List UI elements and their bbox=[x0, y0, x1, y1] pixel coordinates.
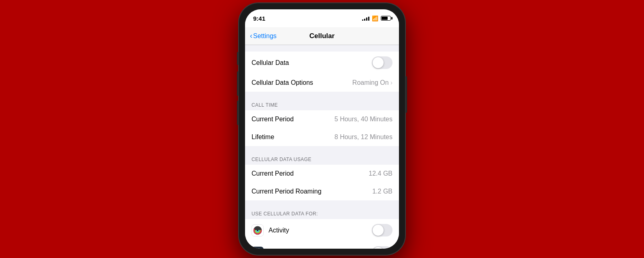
cellular-data-options-value: Roaming On › bbox=[352, 79, 392, 86]
amazon-icon: amazon bbox=[252, 247, 264, 249]
lifetime-call-label: Lifetime bbox=[252, 133, 274, 141]
spacer-2 bbox=[245, 146, 399, 149]
toggle-knob bbox=[373, 57, 384, 68]
back-label: Settings bbox=[253, 32, 277, 40]
data-usage-group: Current Period 12.4 GB Current Period Ro… bbox=[245, 165, 399, 200]
call-time-group: Current Period 5 Hours, 40 Minutes Lifet… bbox=[245, 110, 399, 146]
cellular-data-options-row[interactable]: Cellular Data Options Roaming On › bbox=[245, 74, 399, 92]
cellular-data-options-label: Cellular Data Options bbox=[252, 79, 313, 86]
volume-up-button bbox=[237, 71, 239, 96]
status-bar: 9:41 📶 bbox=[245, 9, 399, 27]
lifetime-call-row: Lifetime 8 Hours, 12 Minutes bbox=[245, 128, 399, 146]
volume-down-button bbox=[237, 101, 239, 125]
cellular-data-group: Cellular Data Cellular Data Options Roam… bbox=[245, 52, 399, 92]
top-spacer bbox=[245, 45, 399, 52]
mute-button bbox=[237, 52, 239, 65]
page-title: Cellular bbox=[309, 32, 335, 40]
activity-row[interactable]: Activity bbox=[245, 219, 399, 241]
back-chevron-icon: ‹ bbox=[250, 32, 252, 40]
svg-point-0 bbox=[254, 226, 262, 234]
toggle-knob bbox=[373, 247, 384, 249]
data-usage-header: CELLULAR DATA USAGE bbox=[245, 149, 399, 165]
activity-label: Activity bbox=[269, 227, 289, 234]
current-period-roaming-row: Current Period Roaming 1.2 GB bbox=[245, 183, 399, 200]
current-period-data-value: 12.4 GB bbox=[369, 170, 392, 177]
cellular-data-toggle[interactable] bbox=[372, 56, 392, 69]
current-period-call-row: Current Period 5 Hours, 40 Minutes bbox=[245, 110, 399, 128]
current-period-data-label: Current Period bbox=[252, 170, 294, 177]
activity-toggle[interactable] bbox=[372, 224, 392, 236]
signal-icon bbox=[362, 16, 369, 21]
settings-content[interactable]: Cellular Data Cellular Data Options Roam… bbox=[245, 45, 399, 249]
current-period-data-row: Current Period 12.4 GB bbox=[245, 165, 399, 183]
battery-icon bbox=[381, 16, 391, 21]
nav-bar: ‹ Settings Cellular bbox=[245, 27, 399, 45]
current-period-call-value: 5 Hours, 40 Minutes bbox=[335, 116, 392, 123]
activity-left: Activity bbox=[252, 224, 289, 236]
back-button[interactable]: ‹ Settings bbox=[250, 32, 277, 40]
spacer-3 bbox=[245, 200, 399, 204]
status-icons: 📶 bbox=[362, 15, 391, 22]
cellular-data-label: Cellular Data bbox=[252, 59, 289, 67]
spacer-1 bbox=[245, 92, 399, 95]
cellular-data-row[interactable]: Cellular Data bbox=[245, 52, 399, 74]
toggle-knob bbox=[373, 225, 384, 236]
current-period-call-label: Current Period bbox=[252, 116, 294, 123]
use-cellular-group: Activity amazon bbox=[245, 219, 399, 249]
amazon-toggle[interactable] bbox=[372, 246, 392, 249]
current-period-roaming-label: Current Period Roaming bbox=[252, 188, 322, 195]
power-button bbox=[405, 76, 407, 113]
lifetime-call-value: 8 Hours, 12 Minutes bbox=[335, 133, 392, 141]
roaming-value: Roaming On bbox=[352, 79, 389, 86]
phone-screen: 9:41 📶 ‹ Settings Cellular bbox=[245, 9, 399, 249]
current-period-roaming-value: 1.2 GB bbox=[372, 188, 392, 195]
status-time: 9:41 bbox=[253, 15, 265, 22]
chevron-icon: › bbox=[390, 79, 392, 86]
amazon-row[interactable]: amazon Amazon bbox=[245, 241, 399, 249]
use-cellular-header: USE CELLULAR DATA FOR: bbox=[245, 204, 399, 219]
amazon-left: amazon Amazon bbox=[252, 247, 292, 249]
activity-icon bbox=[252, 224, 264, 236]
phone-frame: 9:41 📶 ‹ Settings Cellular bbox=[239, 3, 405, 255]
wifi-icon: 📶 bbox=[372, 15, 378, 22]
call-time-header: CALL TIME bbox=[245, 95, 399, 110]
